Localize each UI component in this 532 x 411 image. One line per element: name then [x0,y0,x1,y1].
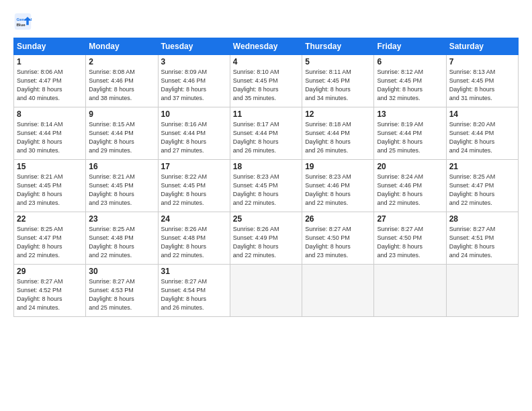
day-number: 1 [17,57,83,66]
calendar-cell: 5Sunrise: 8:11 AMSunset: 4:45 PMDaylight… [302,55,374,107]
calendar-week-3: 15Sunrise: 8:21 AMSunset: 4:45 PMDayligh… [14,160,519,212]
calendar-cell: 4Sunrise: 8:10 AMSunset: 4:45 PMDaylight… [230,55,302,107]
day-number: 21 [449,162,515,171]
day-number: 10 [161,109,227,119]
day-info: Sunrise: 8:13 AMSunset: 4:45 PMDaylight:… [449,68,515,103]
day-info: Sunrise: 8:17 AMSunset: 4:44 PMDaylight:… [233,120,299,155]
calendar-cell: 14Sunrise: 8:20 AMSunset: 4:44 PMDayligh… [446,107,518,160]
calendar-header-saturday: Saturday [446,38,518,55]
day-info: Sunrise: 8:16 AMSunset: 4:44 PMDaylight:… [161,120,227,155]
day-info: Sunrise: 8:20 AMSunset: 4:44 PMDaylight:… [449,120,515,155]
day-info: Sunrise: 8:27 AMSunset: 4:54 PMDaylight:… [161,277,227,312]
day-info: Sunrise: 8:25 AMSunset: 4:48 PMDaylight:… [89,225,154,260]
calendar-cell: 23Sunrise: 8:25 AMSunset: 4:48 PMDayligh… [86,212,158,265]
calendar-cell: 27Sunrise: 8:27 AMSunset: 4:50 PMDayligh… [374,212,446,265]
calendar-header-thursday: Thursday [302,38,374,55]
day-info: Sunrise: 8:27 AMSunset: 4:50 PMDaylight:… [305,225,371,260]
calendar-cell: 11Sunrise: 8:17 AMSunset: 4:44 PMDayligh… [230,107,302,160]
day-info: Sunrise: 8:06 AMSunset: 4:47 PMDaylight:… [17,68,83,103]
day-number: 29 [17,267,83,276]
calendar-week-2: 8Sunrise: 8:14 AMSunset: 4:44 PMDaylight… [14,107,519,160]
day-info: Sunrise: 8:21 AMSunset: 4:45 PMDaylight:… [89,173,154,208]
calendar-week-5: 29Sunrise: 8:27 AMSunset: 4:52 PMDayligh… [14,265,519,317]
calendar-cell: 1Sunrise: 8:06 AMSunset: 4:47 PMDaylight… [14,55,86,107]
day-number: 28 [449,214,515,224]
day-number: 8 [17,109,83,119]
day-info: Sunrise: 8:18 AMSunset: 4:44 PMDaylight:… [305,120,371,155]
day-info: Sunrise: 8:12 AMSunset: 4:45 PMDaylight:… [377,68,443,103]
day-number: 22 [17,214,83,224]
day-info: Sunrise: 8:21 AMSunset: 4:45 PMDaylight:… [17,173,83,208]
day-number: 12 [305,109,371,119]
day-number: 31 [161,267,227,276]
day-number: 7 [449,57,515,66]
day-number: 30 [89,267,154,276]
day-info: Sunrise: 8:26 AMSunset: 4:48 PMDaylight:… [161,225,227,260]
day-info: Sunrise: 8:27 AMSunset: 4:52 PMDaylight:… [17,277,83,312]
day-number: 5 [305,57,371,66]
day-number: 27 [377,214,443,224]
day-number: 11 [233,109,299,119]
day-info: Sunrise: 8:09 AMSunset: 4:46 PMDaylight:… [161,68,227,103]
day-info: Sunrise: 8:26 AMSunset: 4:49 PMDaylight:… [233,225,299,260]
calendar-cell [230,265,302,317]
calendar-cell: 15Sunrise: 8:21 AMSunset: 4:45 PMDayligh… [14,160,86,212]
calendar-header-monday: Monday [86,38,158,55]
day-number: 4 [233,57,299,66]
calendar-cell: 13Sunrise: 8:19 AMSunset: 4:44 PMDayligh… [374,107,446,160]
day-info: Sunrise: 8:27 AMSunset: 4:50 PMDaylight:… [377,225,443,260]
calendar-cell [446,265,518,317]
day-info: Sunrise: 8:10 AMSunset: 4:45 PMDaylight:… [233,68,299,103]
calendar-cell: 8Sunrise: 8:14 AMSunset: 4:44 PMDaylight… [14,107,86,160]
calendar-week-1: 1Sunrise: 8:06 AMSunset: 4:47 PMDaylight… [14,55,519,107]
day-info: Sunrise: 8:25 AMSunset: 4:47 PMDaylight:… [449,173,515,208]
day-info: Sunrise: 8:27 AMSunset: 4:53 PMDaylight:… [89,277,154,312]
calendar-week-4: 22Sunrise: 8:25 AMSunset: 4:47 PMDayligh… [14,212,519,265]
calendar-cell: 12Sunrise: 8:18 AMSunset: 4:44 PMDayligh… [302,107,374,160]
calendar-cell: 30Sunrise: 8:27 AMSunset: 4:53 PMDayligh… [86,265,158,317]
calendar-cell [374,265,446,317]
calendar-cell: 31Sunrise: 8:27 AMSunset: 4:54 PMDayligh… [158,265,230,317]
calendar-cell: 2Sunrise: 8:08 AMSunset: 4:46 PMDaylight… [86,55,158,107]
day-number: 16 [89,162,154,171]
calendar-header-row: SundayMondayTuesdayWednesdayThursdayFrid… [14,38,519,55]
calendar-cell: 9Sunrise: 8:15 AMSunset: 4:44 PMDaylight… [86,107,158,160]
day-info: Sunrise: 8:15 AMSunset: 4:44 PMDaylight:… [89,120,154,155]
calendar-cell: 21Sunrise: 8:25 AMSunset: 4:47 PMDayligh… [446,160,518,212]
calendar-cell: 24Sunrise: 8:26 AMSunset: 4:48 PMDayligh… [158,212,230,265]
calendar-cell: 10Sunrise: 8:16 AMSunset: 4:44 PMDayligh… [158,107,230,160]
calendar-cell: 29Sunrise: 8:27 AMSunset: 4:52 PMDayligh… [14,265,86,317]
calendar-header-tuesday: Tuesday [158,38,230,55]
calendar-header-sunday: Sunday [14,38,86,55]
day-info: Sunrise: 8:23 AMSunset: 4:45 PMDaylight:… [233,173,299,208]
day-info: Sunrise: 8:22 AMSunset: 4:45 PMDaylight:… [161,173,227,208]
calendar-cell: 7Sunrise: 8:13 AMSunset: 4:45 PMDaylight… [446,55,518,107]
day-info: Sunrise: 8:19 AMSunset: 4:44 PMDaylight:… [377,120,443,155]
calendar-cell: 16Sunrise: 8:21 AMSunset: 4:45 PMDayligh… [86,160,158,212]
calendar-cell: 17Sunrise: 8:22 AMSunset: 4:45 PMDayligh… [158,160,230,212]
day-info: Sunrise: 8:14 AMSunset: 4:44 PMDaylight:… [17,120,83,155]
calendar-cell: 3Sunrise: 8:09 AMSunset: 4:46 PMDaylight… [158,55,230,107]
day-number: 18 [233,162,299,171]
day-number: 24 [161,214,227,224]
calendar-cell: 18Sunrise: 8:23 AMSunset: 4:45 PMDayligh… [230,160,302,212]
day-number: 26 [305,214,371,224]
day-number: 6 [377,57,443,66]
calendar-table: SundayMondayTuesdayWednesdayThursdayFrid… [13,38,519,317]
day-info: Sunrise: 8:27 AMSunset: 4:51 PMDaylight:… [449,225,515,260]
calendar-header-friday: Friday [374,38,446,55]
day-number: 3 [161,57,227,66]
calendar-cell: 26Sunrise: 8:27 AMSunset: 4:50 PMDayligh… [302,212,374,265]
calendar-cell: 6Sunrise: 8:12 AMSunset: 4:45 PMDaylight… [374,55,446,107]
day-number: 13 [377,109,443,119]
page: General Blue SundayMondayTuesdayWednesda… [0,0,532,411]
day-info: Sunrise: 8:25 AMSunset: 4:47 PMDaylight:… [17,225,83,260]
calendar-cell: 25Sunrise: 8:26 AMSunset: 4:49 PMDayligh… [230,212,302,265]
day-number: 20 [377,162,443,171]
day-number: 17 [161,162,227,171]
day-number: 14 [449,109,515,119]
day-number: 23 [89,214,154,224]
logo: General Blue [13,12,35,31]
calendar-cell: 19Sunrise: 8:23 AMSunset: 4:46 PMDayligh… [302,160,374,212]
day-number: 19 [305,162,371,171]
